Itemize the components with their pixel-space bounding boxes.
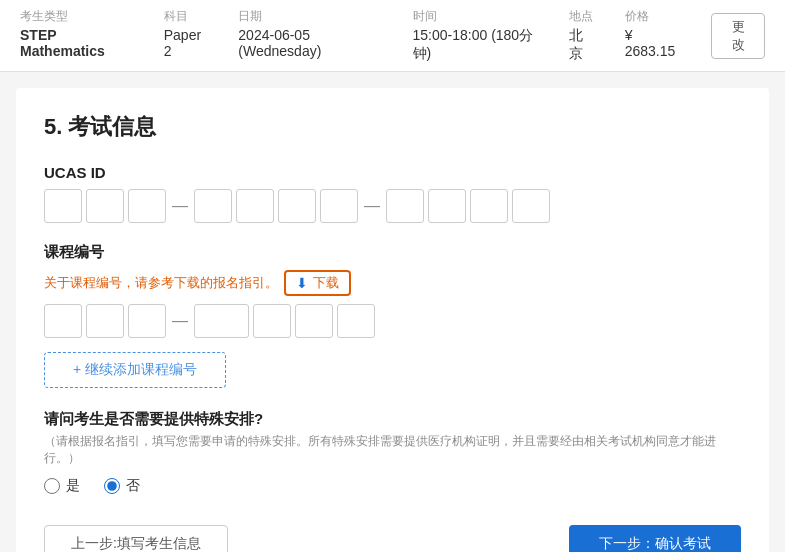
course-box-4[interactable] bbox=[194, 304, 249, 338]
course-box-3[interactable] bbox=[128, 304, 166, 338]
top-bar: 考生类型 STEP Mathematics 科目 Paper 2 日期 2024… bbox=[0, 0, 785, 72]
location-col: 地点 北京 bbox=[569, 8, 594, 63]
course-box-2[interactable] bbox=[86, 304, 124, 338]
ucas-box-10[interactable] bbox=[470, 189, 508, 223]
course-hint-row: 关于课程编号，请参考下载的报名指引。 ⬇ 下载 bbox=[44, 270, 741, 296]
course-dash-1: — bbox=[172, 312, 188, 330]
ucas-box-1[interactable] bbox=[44, 189, 82, 223]
course-hint-text: 关于课程编号，请参考下载的报名指引。 bbox=[44, 274, 278, 292]
add-course-button[interactable]: + 继续添加课程编号 bbox=[44, 352, 226, 388]
radio-group: 是 否 bbox=[44, 477, 741, 495]
ucas-box-9[interactable] bbox=[428, 189, 466, 223]
radio-no[interactable] bbox=[104, 478, 120, 494]
date-col: 日期 2024-06-05 (Wednesday) bbox=[238, 8, 382, 59]
ucas-box-2[interactable] bbox=[86, 189, 124, 223]
radio-no-text: 否 bbox=[126, 477, 140, 495]
price-col: 价格 ¥ 2683.15 bbox=[625, 8, 682, 59]
ucas-dash-1: — bbox=[172, 197, 188, 215]
course-code-row: — bbox=[44, 304, 741, 338]
course-box-6[interactable] bbox=[295, 304, 333, 338]
ucas-box-3[interactable] bbox=[128, 189, 166, 223]
course-box-1[interactable] bbox=[44, 304, 82, 338]
next-button[interactable]: 下一步：确认考试 bbox=[569, 525, 741, 552]
time-col: 时间 15:00-18:00 (180分钟) bbox=[413, 8, 540, 63]
col4-value: 15:00-18:00 (180分钟) bbox=[413, 27, 540, 63]
bottom-actions: 上一步:填写考生信息 下一步：确认考试 bbox=[44, 525, 741, 552]
radio-no-label[interactable]: 否 bbox=[104, 477, 140, 495]
download-btn-label: 下载 bbox=[313, 274, 339, 292]
ucas-row: — — bbox=[44, 189, 741, 223]
section-title: 5. 考试信息 bbox=[44, 112, 741, 142]
course-box-5[interactable] bbox=[253, 304, 291, 338]
special-section: 请问考生是否需要提供特殊安排? （请根据报名指引，填写您需要申请的特殊安排。所有… bbox=[44, 410, 741, 495]
col5-value: 北京 bbox=[569, 27, 594, 63]
subject-col: 科目 Paper 2 bbox=[164, 8, 209, 59]
ucas-box-5[interactable] bbox=[236, 189, 274, 223]
col1-value: STEP Mathematics bbox=[20, 27, 134, 59]
col6-value: ¥ 2683.15 bbox=[625, 27, 682, 59]
exam-type-col: 考生类型 STEP Mathematics bbox=[20, 8, 134, 59]
ucas-group: UCAS ID — — bbox=[44, 164, 741, 223]
col5-label: 地点 bbox=[569, 8, 594, 25]
radio-yes-label[interactable]: 是 bbox=[44, 477, 80, 495]
ucas-label: UCAS ID bbox=[44, 164, 741, 181]
col1-label: 考生类型 bbox=[20, 8, 134, 25]
download-button[interactable]: ⬇ 下载 bbox=[284, 270, 351, 296]
col3-value: 2024-06-05 (Wednesday) bbox=[238, 27, 382, 59]
course-group: 课程编号 关于课程编号，请参考下载的报名指引。 ⬇ 下载 — + 继续添加课程编… bbox=[44, 243, 741, 388]
col6-label: 价格 bbox=[625, 8, 682, 25]
col2-value: Paper 2 bbox=[164, 27, 209, 59]
ucas-box-6[interactable] bbox=[278, 189, 316, 223]
main-content: 5. 考试信息 UCAS ID — — 课程编号 关于课程编号，请参考下载的报名… bbox=[16, 88, 769, 552]
change-button[interactable]: 更改 bbox=[711, 13, 765, 59]
special-note: （请根据报名指引，填写您需要申请的特殊安排。所有特殊安排需要提供医疗机构证明，并… bbox=[44, 433, 741, 467]
ucas-box-11[interactable] bbox=[512, 189, 550, 223]
col2-label: 科目 bbox=[164, 8, 209, 25]
special-question: 请问考生是否需要提供特殊安排? bbox=[44, 410, 741, 429]
col4-label: 时间 bbox=[413, 8, 540, 25]
col3-label: 日期 bbox=[238, 8, 382, 25]
prev-button[interactable]: 上一步:填写考生信息 bbox=[44, 525, 228, 552]
radio-yes[interactable] bbox=[44, 478, 60, 494]
download-icon: ⬇ bbox=[296, 275, 308, 291]
ucas-dash-2: — bbox=[364, 197, 380, 215]
ucas-box-4[interactable] bbox=[194, 189, 232, 223]
course-box-7[interactable] bbox=[337, 304, 375, 338]
ucas-box-8[interactable] bbox=[386, 189, 424, 223]
radio-yes-text: 是 bbox=[66, 477, 80, 495]
course-label: 课程编号 bbox=[44, 243, 741, 262]
ucas-box-7[interactable] bbox=[320, 189, 358, 223]
